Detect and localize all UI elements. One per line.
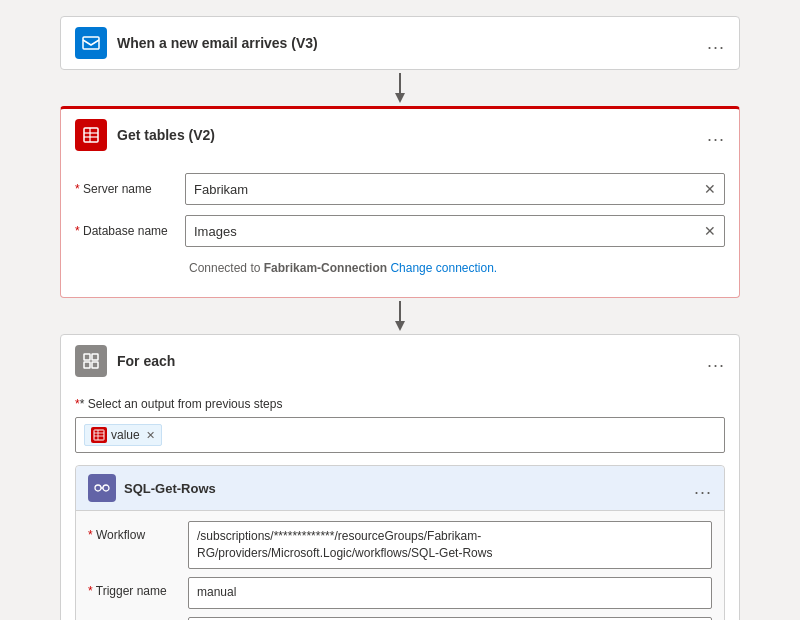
svg-rect-10 (92, 354, 98, 360)
change-connection-link[interactable]: Change connection. (390, 261, 497, 275)
value-tag-chip[interactable]: value ✕ (84, 424, 162, 446)
trigger-more-menu[interactable]: ... (707, 33, 725, 54)
trigger-card: When a new email arrives (V3) ... (60, 16, 740, 70)
for-each-card: For each ... ** Select an output from pr… (60, 334, 740, 620)
workflow-input[interactable]: /subscriptions/*************/resourceGro… (188, 521, 712, 569)
arrow-1 (60, 70, 740, 106)
connection-info: Connected to Fabrikam-Connection Change … (75, 257, 725, 285)
svg-rect-9 (84, 354, 90, 360)
database-input[interactable]: Images ✕ (185, 215, 725, 247)
get-tables-card: Get tables (V2) ... * Server name Fabrik… (60, 106, 740, 298)
svg-point-18 (103, 485, 109, 491)
server-field-row: * Server name Fabrikam ✕ (75, 173, 725, 205)
connection-text: Connected to (189, 261, 264, 275)
svg-marker-2 (395, 93, 405, 103)
trigger-field-row: * Trigger name manual (88, 577, 712, 609)
svg-rect-13 (94, 430, 104, 440)
svg-point-17 (95, 485, 101, 491)
trigger-input[interactable]: manual (188, 577, 712, 609)
database-field-row: * Database name Images ✕ (75, 215, 725, 247)
svg-marker-8 (395, 321, 405, 331)
trigger-name-value: manual (197, 585, 236, 599)
svg-rect-0 (83, 37, 99, 49)
trigger-icon (75, 27, 107, 59)
foreach-select-label: ** Select an output from previous steps (61, 387, 739, 417)
sql-get-rows-card: SQL-Get-Rows ... * Workflow /subscriptio… (75, 465, 725, 620)
server-value: Fabrikam (194, 182, 704, 197)
database-label: * Database name (75, 224, 185, 238)
foreach-select-area[interactable]: value ✕ (75, 417, 725, 453)
database-value: Images (194, 224, 704, 239)
get-tables-icon (75, 119, 107, 151)
sql-more-menu[interactable]: ... (694, 478, 712, 499)
chip-icon (91, 427, 107, 443)
foreach-more-menu[interactable]: ... (707, 351, 725, 372)
server-label: * Server name (75, 182, 185, 196)
body-input[interactable]: Name ✕ (188, 617, 712, 620)
body-label: Body (88, 617, 188, 620)
trigger-title: When a new email arrives (V3) (117, 35, 707, 51)
chip-remove[interactable]: ✕ (146, 429, 155, 442)
svg-rect-11 (84, 362, 90, 368)
svg-rect-3 (84, 128, 98, 142)
trigger-label: * Trigger name (88, 577, 188, 598)
server-input[interactable]: Fabrikam ✕ (185, 173, 725, 205)
foreach-body: ** Select an output from previous steps … (61, 387, 739, 620)
sql-card-title: SQL-Get-Rows (124, 481, 694, 496)
chip-label: value (111, 428, 140, 442)
foreach-title: For each (117, 353, 707, 369)
sql-card-body: * Workflow /subscriptions/*************/… (76, 511, 724, 620)
connection-name: Fabrikam-Connection (264, 261, 387, 275)
get-tables-more-menu[interactable]: ... (707, 125, 725, 146)
foreach-icon (75, 345, 107, 377)
sql-card-header: SQL-Get-Rows ... (76, 466, 724, 511)
svg-rect-12 (92, 362, 98, 368)
workflow-label: * Workflow (88, 521, 188, 542)
get-tables-title: Get tables (V2) (117, 127, 707, 143)
database-clear[interactable]: ✕ (704, 223, 716, 239)
body-field-row: Body Name (88, 617, 712, 620)
workflow-value: /subscriptions/*************/resourceGro… (197, 529, 492, 560)
arrow-2 (60, 298, 740, 334)
sql-card-icon (88, 474, 116, 502)
server-clear[interactable]: ✕ (704, 181, 716, 197)
workflow-field-row: * Workflow /subscriptions/*************/… (88, 521, 712, 569)
